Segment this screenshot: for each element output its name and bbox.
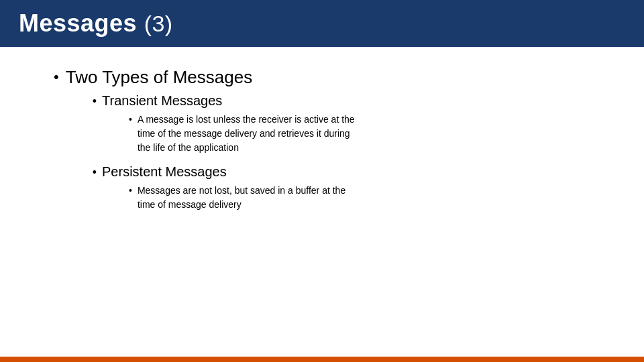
slide-header: Messages (3)	[0, 0, 644, 47]
level2-item-content: Persistent Messages • Messages are not l…	[102, 164, 366, 217]
header-wrapper: Messages (3)	[0, 0, 644, 47]
level3-list-transient: • A message is lost unless the receiver …	[129, 113, 366, 155]
footer-accent-bar	[0, 357, 644, 362]
level1-list: • Two Types of Messages • Transient Mess…	[54, 67, 604, 228]
bullet-icon: •	[93, 166, 97, 180]
level3-item: • A message is lost unless the receiver …	[129, 113, 366, 155]
title-subtitle: (3)	[144, 11, 173, 36]
level2-label-transient: Transient Messages	[102, 93, 222, 108]
bullet-icon: •	[129, 185, 132, 196]
level3-text-persistent: Messages are not lost, but saved in a bu…	[138, 184, 366, 212]
list-item: • Two Types of Messages • Transient Mess…	[54, 67, 604, 221]
bullet-icon: •	[129, 114, 132, 125]
bullet-icon: •	[93, 95, 97, 109]
level2-label-persistent: Persistent Messages	[102, 164, 227, 179]
level3-list-persistent: • Messages are not lost, but saved in a …	[129, 184, 366, 212]
level3-item: • Messages are not lost, but saved in a …	[129, 184, 366, 212]
level1-label: Two Types of Messages	[66, 67, 252, 87]
slide-title: Messages (3)	[19, 9, 173, 38]
level3-text-transient: A message is lost unless the receiver is…	[138, 113, 366, 155]
level2-list: • Transient Messages • A message is lost…	[93, 93, 366, 217]
level2-item-content: Transient Messages • A message is lost u…	[102, 93, 366, 160]
title-text: Messages	[19, 9, 137, 37]
bullet-icon: •	[54, 68, 59, 86]
slide-content: • Two Types of Messages • Transient Mess…	[0, 47, 644, 357]
level2-item-transient: • Transient Messages • A message is lost…	[93, 93, 366, 160]
level2-item-persistent: • Persistent Messages • Messages are not…	[93, 164, 366, 217]
slide: Messages (3) • Two Types of Messages • T…	[0, 0, 644, 362]
level1-item-content: Two Types of Messages • Transient Messag…	[66, 67, 366, 221]
